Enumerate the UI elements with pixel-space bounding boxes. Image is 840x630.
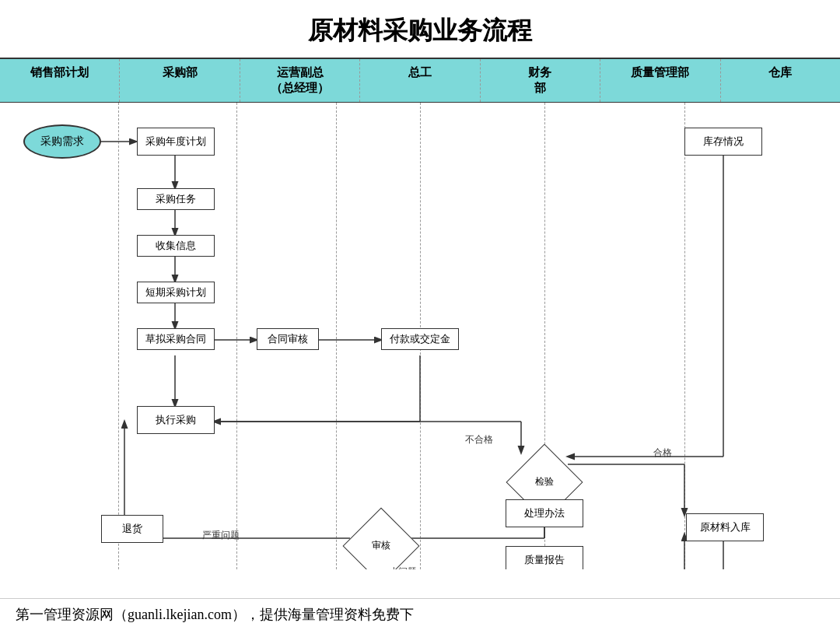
label-hege: 合格 (653, 446, 672, 460)
label-yanzhong: 严重问题 (202, 529, 240, 542)
lane-header-finance: 财务 部 (481, 59, 600, 102)
fukuan-box: 付款或交定金 (381, 328, 459, 350)
swimlane-header: 销售部计划 采购部 运营副总 （总经理） 总工 财务 部 质量管理部 仓库 (0, 58, 840, 103)
lane-header-quality: 质量管理部 (600, 59, 720, 102)
zhixing-caigou-box: 执行采购 (137, 406, 215, 434)
lane-header-ops: 运营副总 （总经理） (240, 59, 360, 102)
caigou-xuqiu-oval: 采购需求 (23, 124, 101, 159)
caigou-niandu-box: 采购年度计划 (137, 128, 215, 156)
chuli-banfa-box: 处理办法 (506, 499, 583, 527)
caigou-renwu-box: 采购任务 (137, 188, 215, 210)
divider-3 (336, 103, 337, 569)
caogao-hetong-box: 草拟采购合同 (137, 328, 215, 350)
zhiliang-baogao-box: 质量报告 (506, 546, 583, 569)
page-title: 原材料采购业务流程 (0, 0, 840, 58)
footer: 第一管理资源网（guanli.lkejian.com），提供海量管理资料免费下 (0, 598, 840, 630)
yuanliao-ruku-box: 原材料入库 (686, 513, 764, 541)
hetong-shenhe-box: 合同审核 (257, 328, 319, 350)
duanqi-jihua-box: 短期采购计划 (137, 282, 215, 303)
shenhe-diamond: 审核 (350, 515, 412, 569)
tuihuo-box: 退货 (101, 515, 163, 543)
shoji-xinxi-box: 收集信息 (137, 235, 215, 257)
divider-6 (684, 103, 685, 569)
label-xiao-wenti: 小问题 (389, 565, 417, 569)
flow-area: 采购需求 采购年度计划 库存情况 采购任务 收集信息 短期采购计划 草拟采购合同… (0, 103, 840, 569)
divider-1 (118, 103, 119, 569)
lane-header-warehouse: 仓库 (721, 59, 840, 102)
lane-header-sales: 销售部计划 (0, 59, 120, 102)
label-buhe: 不合格 (465, 433, 493, 446)
lane-header-chief: 总工 (360, 59, 480, 102)
lane-header-purchase: 采购部 (120, 59, 240, 102)
kucun-box: 库存情况 (684, 128, 762, 156)
divider-2 (236, 103, 237, 569)
